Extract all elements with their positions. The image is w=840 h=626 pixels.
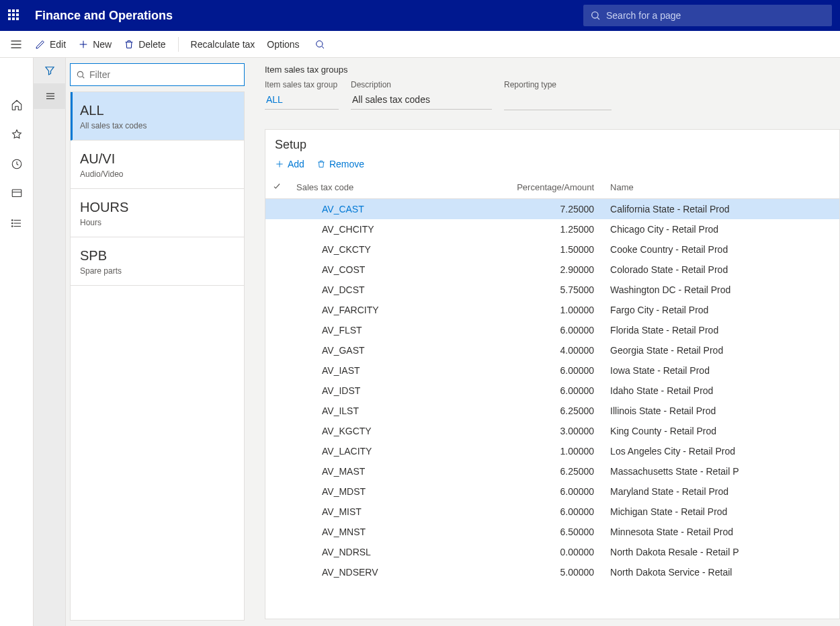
row-select-cell[interactable]	[265, 260, 290, 280]
svg-point-16	[11, 223, 13, 224]
field-value[interactable]: All sales tax codes	[351, 91, 492, 110]
cell-code: AV_CKCTY	[290, 239, 449, 260]
plus-icon	[275, 159, 284, 169]
nav-toggle-icon[interactable]	[9, 38, 23, 53]
select-all-column[interactable]	[265, 176, 290, 199]
delete-button[interactable]: Delete	[124, 39, 165, 50]
row-select-cell[interactable]	[265, 219, 290, 239]
modules-icon[interactable]	[6, 212, 28, 234]
cell-code: AV_ILST	[290, 401, 449, 421]
field-value[interactable]: ALL	[265, 91, 339, 110]
table-row[interactable]: AV_CKCTY1.50000Cooke Country - Retail Pr…	[265, 239, 839, 260]
table-row[interactable]: AV_CAST7.25000California State - Retail …	[265, 199, 839, 220]
cell-name: Fargo City - Retail Prod	[603, 300, 839, 320]
row-select-cell[interactable]	[265, 542, 290, 562]
cell-name: North Dakota Resale - Retail P	[603, 542, 839, 562]
global-search-input[interactable]	[606, 10, 825, 21]
row-select-cell[interactable]	[265, 522, 290, 542]
row-select-cell[interactable]	[265, 401, 290, 421]
table-row[interactable]: AV_MNST6.50000Minnesota State - Retail P…	[265, 522, 839, 542]
row-select-cell[interactable]	[265, 461, 290, 481]
trash-icon	[124, 39, 134, 50]
add-button[interactable]: Add	[275, 159, 304, 169]
group-card[interactable]: SPBSpare parts	[71, 237, 244, 286]
row-select-cell[interactable]	[265, 360, 290, 381]
svg-line-1	[597, 17, 599, 19]
row-select-cell[interactable]	[265, 381, 290, 401]
group-card[interactable]: ALLAll sales tax codes	[71, 92, 244, 141]
row-select-cell[interactable]	[265, 481, 290, 502]
row-select-cell[interactable]	[265, 199, 290, 220]
table-row[interactable]: AV_NDSERV5.00000North Dakota Service - R…	[265, 562, 839, 582]
svg-point-15	[11, 220, 13, 221]
filter-input[interactable]	[89, 69, 239, 80]
table-row[interactable]: AV_FARCITY1.00000Fargo City - Retail Pro…	[265, 300, 839, 320]
svg-point-0	[592, 12, 598, 18]
row-select-cell[interactable]	[265, 340, 290, 360]
new-button[interactable]: New	[78, 39, 112, 50]
table-row[interactable]: AV_ILST6.25000Illinois State - Retail Pr…	[265, 401, 839, 421]
filter-box[interactable]	[70, 63, 245, 86]
col-name[interactable]: Name	[603, 176, 839, 199]
home-icon[interactable]	[6, 94, 28, 116]
row-select-cell[interactable]	[265, 421, 290, 441]
col-percentage-amount[interactable]: Percentage/Amount	[449, 176, 604, 199]
table-row[interactable]: AV_DCST5.75000Washington DC - Retail Pro…	[265, 280, 839, 300]
workspaces-icon[interactable]	[6, 183, 28, 204]
col-sales-tax-code[interactable]: Sales tax code	[290, 176, 449, 199]
command-bar: Edit New Delete Recalculate tax Options	[0, 31, 840, 58]
cell-pct: 6.00000	[449, 381, 604, 401]
row-select-cell[interactable]	[265, 300, 290, 320]
setup-section: Setup Add Remove	[265, 129, 840, 619]
remove-button[interactable]: Remove	[317, 159, 364, 169]
table-row[interactable]: AV_COST2.90000Colorado State - Retail Pr…	[265, 260, 839, 280]
cell-code: AV_IAST	[290, 360, 449, 381]
search-icon	[76, 70, 85, 79]
field-value[interactable]	[504, 91, 612, 110]
list-view-tab[interactable]	[34, 83, 66, 109]
field-label: Reporting type	[504, 80, 612, 89]
group-card[interactable]: AU/VIAudio/Video	[71, 141, 244, 189]
row-select-cell[interactable]	[265, 280, 290, 300]
recent-icon[interactable]	[6, 153, 28, 175]
cell-pct: 2.90000	[449, 260, 604, 280]
filter-view-tab[interactable]	[34, 58, 66, 83]
table-row[interactable]: AV_MDST6.00000Maryland State - Retail Pr…	[265, 481, 839, 502]
recalculate-button[interactable]: Recalculate tax	[191, 39, 255, 50]
page-title: Item sales tax groups	[265, 65, 840, 75]
table-row[interactable]: AV_MAST6.25000Massachusetts State - Reta…	[265, 461, 839, 481]
table-row[interactable]: AV_GAST4.00000Georgia State - Retail Pro…	[265, 340, 839, 360]
table-row[interactable]: AV_KGCTY3.00000King County - Retail Prod	[265, 421, 839, 441]
table-row[interactable]: AV_LACITY1.00000Los Angeles City - Retai…	[265, 441, 839, 461]
row-select-cell[interactable]	[265, 320, 290, 340]
row-select-cell[interactable]	[265, 441, 290, 461]
list-view-tabs	[34, 58, 66, 626]
global-search[interactable]	[583, 5, 832, 26]
row-select-cell[interactable]	[265, 502, 290, 522]
cell-code: AV_NDSERV	[290, 562, 449, 582]
row-select-cell[interactable]	[265, 562, 290, 582]
app-launcher-icon[interactable]	[8, 9, 20, 22]
cell-code: AV_IDST	[290, 381, 449, 401]
options-button[interactable]: Options	[267, 39, 299, 50]
table-row[interactable]: AV_NDRSL0.00000North Dakota Resale - Ret…	[265, 542, 839, 562]
table-row[interactable]: AV_IAST6.00000Iowa State - Retail Prod	[265, 360, 839, 381]
group-card[interactable]: HOURSHours	[71, 189, 244, 237]
pencil-icon	[35, 39, 46, 50]
edit-button[interactable]: Edit	[35, 39, 66, 50]
separator	[178, 37, 179, 52]
field-description: Description All sales tax codes	[351, 80, 492, 110]
table-row[interactable]: AV_MIST6.00000Michigan State - Retail Pr…	[265, 502, 839, 522]
cell-code: AV_LACITY	[290, 441, 449, 461]
cell-name: Colorado State - Retail Prod	[603, 260, 839, 280]
cell-pct: 6.25000	[449, 401, 604, 421]
row-select-cell[interactable]	[265, 239, 290, 260]
favorites-icon[interactable]	[6, 124, 28, 145]
table-row[interactable]: AV_IDST6.00000Idaho State - Retail Prod	[265, 381, 839, 401]
table-row[interactable]: AV_FLST6.00000Florida State - Retail Pro…	[265, 320, 839, 340]
cell-name: Washington DC - Retail Prod	[603, 280, 839, 300]
find-button[interactable]	[312, 36, 328, 52]
group-desc: Audio/Video	[80, 169, 235, 179]
table-row[interactable]: AV_CHCITY1.25000Chicago City - Retail Pr…	[265, 219, 839, 239]
cell-name: Iowa State - Retail Prod	[603, 360, 839, 381]
